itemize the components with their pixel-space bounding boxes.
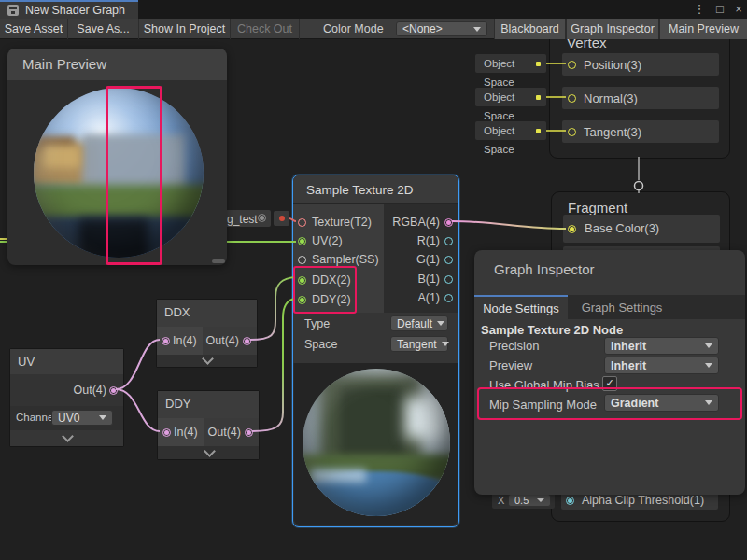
ddx-out-port[interactable] [243,337,251,345]
window-maximize-button[interactable]: □ [712,2,727,17]
mip-bias-label: Use Global Mip Bias [489,378,599,392]
uv-node-title: UV [18,355,35,369]
normal-port[interactable] [568,94,576,103]
object-space-label: Object Space [484,58,514,88]
dropdown-arrow-icon [99,415,106,420]
window-close-button[interactable]: × [731,2,746,17]
tangent-label: Tangent(3) [584,125,641,139]
save-as-button[interactable]: Save As... [68,19,139,39]
object-space-pill-position[interactable]: Object Space [475,54,546,73]
ddx-node-header[interactable]: DDX [157,300,257,327]
main-preview-title: Main Preview [22,56,106,72]
precision-label: Precision [489,339,539,353]
dropdown-arrow-icon [473,27,481,32]
object-space-pill-normal[interactable]: Object Space [475,88,546,106]
rgba-output-port[interactable] [444,218,453,227]
texture-input-label: Texture(T2) [312,216,372,229]
type-dropdown[interactable]: Default [390,315,448,331]
sample-texture-2d-node[interactable]: Sample Texture 2D Texture(T2) UV(2) Samp… [292,175,459,527]
texture-property-port-box[interactable] [274,211,289,226]
main-preview-resize-handle[interactable] [212,259,225,263]
precision-dropdown[interactable]: Inherit [604,337,719,355]
texture-input-port[interactable] [298,218,306,227]
tab-node-settings[interactable]: Node Settings [474,295,568,319]
uv-node[interactable]: UV Out(4) Channe UV0 [9,348,124,447]
dropdown-arrow-icon [705,363,712,368]
graph-inspector-toggle-button[interactable]: Graph Inspector [566,19,659,39]
sampler-input-label: Sampler(SS) [312,253,379,266]
ddy-in-port[interactable] [162,428,171,437]
rgba-output-label: RGBA(4) [392,216,440,229]
ddx-in-port[interactable] [162,337,170,345]
preview-dropdown[interactable]: Inherit [604,357,719,374]
position-port[interactable] [568,61,576,69]
r-output-port[interactable] [444,237,453,245]
b-output-port[interactable] [444,275,453,284]
ddx-input-port[interactable] [298,276,306,285]
sampler-input-port[interactable] [298,256,306,264]
alpha-clip-port[interactable] [566,497,574,505]
a-output-port[interactable] [444,294,453,302]
color-mode-dropdown[interactable]: <None> [396,21,487,36]
main-preview-header[interactable]: Main Preview [7,49,227,80]
r-output-label: R(1) [417,234,440,247]
ddx-collapse-strip[interactable] [157,355,257,367]
ddx-input-label: DDX(2) [312,273,351,287]
object-space-dot [536,95,541,100]
ddy-collapse-strip[interactable] [158,446,259,459]
tab-graph-settings[interactable]: Graph Settings [575,295,669,319]
dropdown-arrow-icon [705,400,712,405]
ddy-out-label: Out(4) [208,426,241,439]
texture-property-port[interactable] [279,216,285,221]
dropdown-arrow-icon [442,342,449,346]
vertex-node[interactable]: Vertex Position(3) Normal(3) Tangent(3) [549,24,730,159]
check-out-button: Check Out [231,19,300,39]
uv-out-port[interactable] [109,386,118,395]
ddy-node-title: DDY [165,397,190,411]
ddy-input-port[interactable] [298,296,306,304]
checkmark-icon: ✓ [605,377,613,388]
ddy-out-port[interactable] [245,428,253,437]
texture-property-name: g_test [227,213,258,226]
document-tab[interactable]: New Shader Graph [0,0,138,19]
preview-label: Preview [489,358,532,372]
space-label: Space [304,338,337,351]
close-icon: × [735,2,742,16]
normal-label: Normal(3) [584,91,638,105]
sample-node-header[interactable]: Sample Texture 2D [293,175,458,204]
alpha-value-dropdown[interactable]: 0.5 [508,494,551,507]
document-tab-title: New Shader Graph [25,4,125,17]
ddx-node[interactable]: DDX In(4) Out(4) [156,299,258,368]
ddy-input-label: DDY(2) [312,293,351,306]
chevron-down-icon [62,430,74,442]
wire-rgba-basecolor [452,221,566,229]
window-menu-button[interactable]: ⋮ [692,2,707,17]
main-preview-sphere[interactable] [34,88,204,258]
main-preview-panel[interactable]: Main Preview [7,49,227,265]
save-asset-button[interactable]: Save Asset [0,19,68,39]
g-output-port[interactable] [444,256,453,264]
kebab-menu-icon: ⋮ [694,2,706,16]
ddy-node-header[interactable]: DDY [158,391,259,418]
object-space-pill-tangent[interactable]: Object Space [475,121,546,140]
main-preview-toggle-button[interactable]: Main Preview [659,19,747,39]
uv-input-port[interactable] [298,237,306,245]
ddy-node[interactable]: DDY In(4) Out(4) [157,390,260,460]
tangent-port[interactable] [568,128,576,136]
show-in-project-button[interactable]: Show In Project [139,19,231,39]
uv-collapse-strip[interactable] [10,430,123,446]
mip-mode-dropdown[interactable]: Gradient [604,394,719,412]
ddx-out-label: Out(4) [206,334,239,347]
uv-channel-dropdown[interactable]: UV0 [51,410,113,426]
uv-node-header[interactable]: UV [10,349,123,374]
blackboard-toggle-button[interactable]: Blackboard [494,19,566,39]
graph-inspector-panel[interactable]: Graph Inspector Node Settings Graph Sett… [474,250,745,495]
space-dropdown[interactable]: Tangent [390,336,448,352]
base-color-port[interactable] [568,225,576,233]
uv-out-label: Out(4) [74,384,106,397]
ddx-in-label: In(4) [173,334,197,347]
mip-bias-checkbox[interactable]: ✓ [602,376,617,391]
position-label: Position(3) [584,58,641,72]
object-space-dot [536,62,541,66]
sample-node-preview [294,363,458,525]
